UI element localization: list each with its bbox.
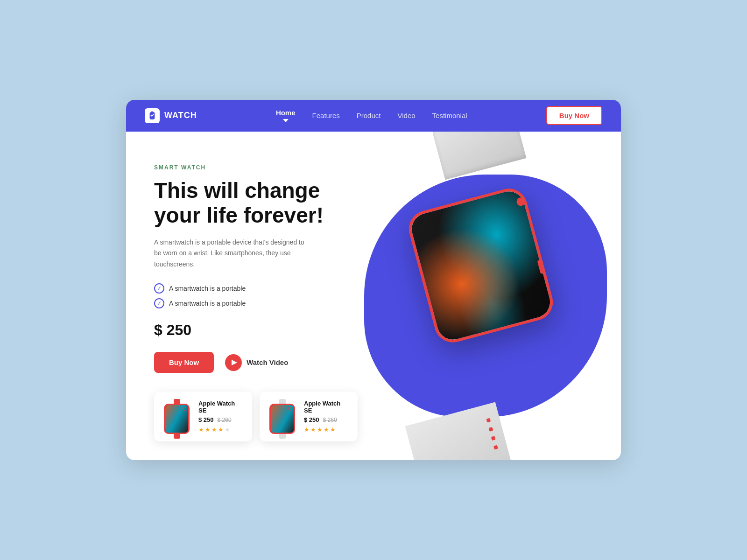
- hero-tag: SMART WATCH: [154, 164, 378, 171]
- strap-hole-2: [489, 427, 493, 432]
- product-card-2[interactable]: Apple Watch SE $ 250 $ 260 ★ ★ ★ ★ ★: [260, 392, 358, 441]
- stars-1: ★ ★ ★ ★ ★: [198, 426, 245, 433]
- product-name-1: Apple Watch SE: [198, 400, 245, 414]
- star-1-2: ★: [205, 426, 211, 433]
- page-container: WATCH Home Features Product Video Testim…: [126, 100, 621, 460]
- product-price-1: $ 250: [198, 416, 214, 423]
- star-1-3: ★: [211, 426, 217, 433]
- nav-home[interactable]: Home: [276, 109, 296, 122]
- star-1-5: ★: [225, 426, 230, 433]
- strap-hole-1: [486, 418, 491, 423]
- nav-video[interactable]: Video: [397, 112, 415, 119]
- hero-content: SMART WATCH This will change your life f…: [154, 155, 378, 441]
- watch-strap-top: [431, 132, 527, 180]
- hero-buy-button[interactable]: Buy Now: [154, 352, 214, 373]
- star-2-5: ★: [330, 426, 336, 433]
- price-row-2: $ 250 $ 260: [304, 416, 350, 423]
- star-1-1: ★: [198, 426, 204, 433]
- hero-title: This will change your life forever!: [154, 178, 378, 228]
- product-old-price-1: $ 260: [218, 417, 232, 423]
- watch-strap-bottom: [405, 402, 520, 461]
- hero-section: SMART WATCH This will change your life f…: [126, 132, 621, 460]
- nav-testimonial[interactable]: Testimonial: [432, 112, 467, 119]
- product-cards: Apple Watch SE $ 250 $ 260 ★ ★ ★ ★ ★: [154, 392, 378, 441]
- brand-name: WATCH: [164, 111, 197, 120]
- navbar-buy-button[interactable]: Buy Now: [546, 106, 602, 125]
- svg-rect-1: [151, 112, 154, 113]
- hero-title-line2: your life forever!: [154, 203, 324, 227]
- hero-title-line1: This will change: [154, 178, 320, 203]
- card-info-1: Apple Watch SE $ 250 $ 260 ★ ★ ★ ★ ★: [198, 400, 245, 433]
- product-price-2: $ 250: [304, 416, 319, 423]
- feature-item-2: ✓ A smartwatch is a portable: [154, 298, 378, 308]
- hero-features-list: ✓ A smartwatch is a portable ✓ A smartwa…: [154, 283, 378, 308]
- check-icon-1: ✓: [154, 283, 164, 294]
- star-2-1: ★: [304, 426, 310, 433]
- video-label: Watch Video: [247, 358, 288, 366]
- product-image-1: [162, 399, 192, 434]
- main-watch: [364, 161, 607, 431]
- play-icon: [225, 354, 242, 371]
- strap-hole-3: [491, 436, 496, 441]
- star-1-4: ★: [218, 426, 224, 433]
- hero-video-button[interactable]: Watch Video: [225, 354, 288, 371]
- price-row-1: $ 250 $ 260: [198, 416, 245, 423]
- brand-icon: [145, 108, 160, 123]
- feature-item-1: ✓ A smartwatch is a portable: [154, 283, 378, 294]
- hero-visual: [341, 132, 621, 460]
- product-old-price-2: $ 260: [323, 417, 337, 423]
- hero-price: $ 250: [154, 322, 378, 339]
- feature-text-1: A smartwatch is a portable: [169, 285, 246, 292]
- stars-2: ★ ★ ★ ★ ★: [304, 426, 350, 433]
- strap-hole-4: [493, 445, 498, 450]
- nav-features[interactable]: Features: [312, 112, 340, 119]
- star-2-2: ★: [310, 426, 316, 433]
- strap-holes: [486, 418, 498, 450]
- product-card-1[interactable]: Apple Watch SE $ 250 $ 260 ★ ★ ★ ★ ★: [154, 392, 252, 441]
- star-2-4: ★: [324, 426, 329, 433]
- nav-links: Home Features Product Video Testimonial: [276, 109, 467, 122]
- hero-actions: Buy Now Watch Video: [154, 352, 378, 373]
- hero-description: A smartwatch is a portable device that's…: [154, 237, 313, 270]
- watch-screen: [408, 188, 554, 343]
- star-2-3: ★: [317, 426, 323, 433]
- brand-logo[interactable]: WATCH: [145, 108, 197, 123]
- nav-product[interactable]: Product: [357, 112, 381, 119]
- card-info-2: Apple Watch SE $ 250 $ 260 ★ ★ ★ ★ ★: [304, 400, 350, 433]
- product-name-2: Apple Watch SE: [304, 400, 350, 414]
- check-icon-2: ✓: [154, 298, 164, 308]
- watch-body: [405, 184, 557, 346]
- navbar: WATCH Home Features Product Video Testim…: [126, 100, 621, 132]
- product-image-2: [267, 399, 297, 434]
- feature-text-2: A smartwatch is a portable: [169, 300, 246, 307]
